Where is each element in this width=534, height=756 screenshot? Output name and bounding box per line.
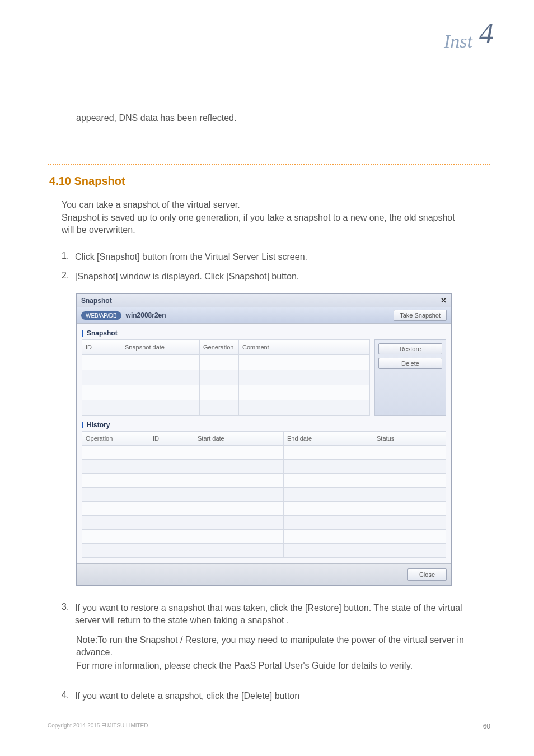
- history-section-header: History: [82, 421, 446, 429]
- table-row[interactable]: [82, 460, 446, 474]
- dialog-titlebar: Snapshot ✕: [77, 294, 451, 307]
- table-row[interactable]: [82, 385, 370, 400]
- server-name: win2008r2en: [126, 311, 166, 319]
- col-comment[interactable]: Comment: [239, 340, 370, 355]
- table-row[interactable]: [82, 474, 446, 488]
- step-text: If you want to delete a snapshot, click …: [75, 690, 470, 702]
- step-text: [Snapshot] window is displayed. Click [S…: [75, 270, 470, 283]
- history-section-title: History: [87, 421, 110, 429]
- table-row[interactable]: [82, 488, 446, 502]
- col-snapshot-date[interactable]: Snapshot date: [121, 340, 200, 355]
- step-text: Click [Snapshot] button from the Virtual…: [75, 251, 470, 263]
- section-heading: 4.10 Snapshot: [49, 175, 125, 188]
- table-row[interactable]: [82, 516, 446, 530]
- step-number: 2.: [62, 270, 75, 281]
- description-2: Snapshot is saved up to only one generat…: [62, 212, 470, 237]
- divider: [48, 164, 490, 165]
- note-1: Note:To run the Snapshot / Restore, you …: [76, 634, 470, 659]
- dialog-title: Snapshot: [81, 297, 112, 305]
- section-bar-icon: [82, 422, 83, 428]
- table-row[interactable]: [82, 530, 446, 544]
- step-3: 3. If you want to restore a snapshot tha…: [62, 602, 470, 627]
- step-number: 3.: [62, 602, 75, 612]
- snapshot-section-header: Snapshot: [82, 329, 446, 337]
- snapshot-table: ID Snapshot date Generation Comment: [82, 339, 370, 416]
- step-text: If you want to restore a snapshot that w…: [75, 602, 470, 627]
- dialog-toolbar: WEB/AP/DB win2008r2en Take Snapshot: [77, 307, 451, 324]
- table-row[interactable]: [82, 355, 370, 370]
- table-row[interactable]: [82, 446, 446, 460]
- role-pill: WEB/AP/DB: [81, 311, 121, 320]
- note-2: For more information, please check the P…: [76, 660, 470, 672]
- chapter-number: 4: [479, 17, 494, 50]
- col-id[interactable]: ID: [82, 340, 121, 355]
- table-header-row: ID Snapshot date Generation Comment: [82, 340, 370, 355]
- copyright: Copyright 2014-2015 FUJITSU LIMITED: [48, 722, 148, 729]
- table-row[interactable]: [82, 544, 446, 558]
- snapshot-section-title: Snapshot: [87, 329, 118, 337]
- step-number: 4.: [62, 690, 75, 700]
- table-row[interactable]: [82, 502, 446, 516]
- step-4: 4. If you want to delete a snapshot, cli…: [62, 690, 470, 702]
- step-number: 1.: [62, 251, 75, 261]
- col-start-date[interactable]: Start date: [194, 432, 284, 446]
- chapter-title: Inst: [444, 31, 472, 52]
- col-status[interactable]: Status: [373, 432, 446, 446]
- history-table: Operation ID Start date End date Status: [82, 431, 446, 558]
- step-1: 1. Click [Snapshot] button from the Virt…: [62, 251, 470, 263]
- continuation-text: appeared, DNS data has been reflected.: [76, 113, 236, 123]
- snapshot-dialog: Snapshot ✕ WEB/AP/DB win2008r2en Take Sn…: [76, 293, 452, 586]
- page-number: 60: [483, 722, 490, 730]
- col-end-date[interactable]: End date: [284, 432, 373, 446]
- take-snapshot-button[interactable]: Take Snapshot: [394, 310, 447, 321]
- col-operation[interactable]: Operation: [82, 432, 149, 446]
- description-1: You can take a snapshot of the virtual s…: [62, 199, 470, 211]
- delete-button[interactable]: Delete: [378, 358, 442, 369]
- snapshot-actions-panel: Restore Delete: [374, 339, 446, 416]
- table-row[interactable]: [82, 370, 370, 385]
- dialog-footer: Close: [77, 563, 451, 585]
- table-header-row: Operation ID Start date End date Status: [82, 432, 446, 446]
- table-row[interactable]: [82, 400, 370, 416]
- step-2: 2. [Snapshot] window is displayed. Click…: [62, 270, 470, 283]
- col-generation[interactable]: Generation: [200, 340, 239, 355]
- close-icon[interactable]: ✕: [441, 296, 447, 305]
- restore-button[interactable]: Restore: [378, 343, 442, 354]
- close-button[interactable]: Close: [407, 568, 447, 581]
- section-bar-icon: [82, 330, 83, 337]
- col-id[interactable]: ID: [149, 432, 194, 446]
